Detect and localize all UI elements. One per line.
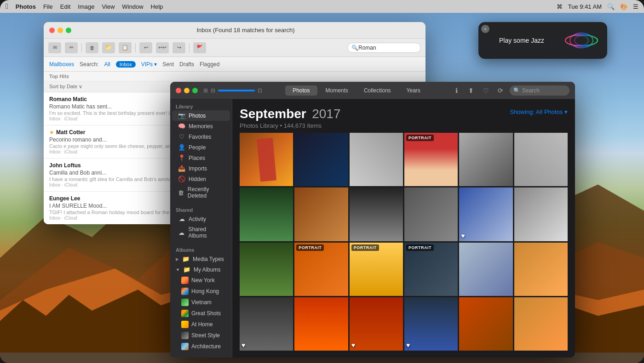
photo-cell[interactable] (350, 187, 403, 241)
sidebar-item-imports[interactable]: 📥 Imports (172, 163, 230, 174)
grid-view-icon[interactable]: ⊞ (203, 87, 208, 94)
search-icon-menubar[interactable]: 🔍 (607, 3, 615, 10)
delete-button[interactable]: 🗑 (86, 42, 98, 53)
sidebar-item-shared-albums[interactable]: ☁ Shared Albums (172, 224, 230, 241)
share-button[interactable]: ⬆ (466, 85, 477, 96)
photo-cell[interactable] (514, 297, 568, 351)
sidebar-item-people[interactable]: 👤 People (172, 142, 230, 153)
photo-cell[interactable] (240, 133, 293, 186)
mailboxes-link[interactable]: Mailboxes (49, 61, 74, 68)
photo-cell[interactable]: ♥ (404, 297, 458, 351)
sidebar-item-favorites[interactable]: ♡ Favorites (172, 131, 230, 142)
photo-cell[interactable] (514, 187, 568, 241)
tab-collections[interactable]: Collections (356, 85, 398, 96)
sidebar-item-vietnam[interactable]: Vietnam (172, 297, 230, 308)
menu-file[interactable]: File (43, 3, 53, 10)
tab-photos[interactable]: Photos (285, 85, 317, 96)
sidebar-item-at-home[interactable]: At Home (172, 319, 230, 330)
mail-search-box[interactable]: 🔍 Roman (347, 43, 421, 53)
sidebar-item-hong-kong[interactable]: Hong Kong (172, 286, 230, 297)
photos-icon: 📷 (178, 112, 186, 119)
photo-cell[interactable]: PORTRAIT (404, 133, 458, 186)
photo-cell[interactable] (240, 187, 293, 241)
archive-button[interactable]: 📁 (102, 42, 115, 53)
photos-fullscreen-button[interactable] (192, 88, 198, 93)
inbox-filter[interactable]: Inbox (116, 61, 136, 68)
sidebar-item-recently-deleted[interactable]: 🗑 Recently Deleted (172, 184, 230, 201)
showing-dropdown[interactable]: Showing: All Photos ▾ (510, 108, 568, 115)
photo-cell[interactable]: PORTRAIT (404, 243, 458, 296)
reply-button[interactable]: ↩ (139, 42, 152, 53)
street-style-label: Street Style (191, 332, 220, 339)
photo-cell[interactable] (240, 243, 293, 296)
sidebar-item-my-albums[interactable]: ▼ 📁 My Albums (172, 264, 230, 275)
menu-window[interactable]: Window (122, 3, 143, 10)
sidebar-item-hidden[interactable]: 🚫 Hidden (172, 174, 230, 184)
photos-minimize-button[interactable] (184, 88, 190, 93)
vips-filter[interactable]: VIPs ▾ (141, 61, 157, 68)
sidebar-item-activity[interactable]: ☁ Activity (172, 214, 230, 224)
search-all[interactable]: All (104, 61, 110, 68)
minimize-window-button[interactable] (58, 28, 63, 33)
split-view-icon[interactable]: ⊟ (211, 87, 215, 94)
photos-toolbar-right: ℹ ⬆ ♡ ⟳ 🔍 Search (451, 85, 569, 96)
street-style-album-icon (181, 332, 189, 339)
fullscreen-window-button[interactable] (66, 28, 71, 33)
flag-button[interactable]: 🚩 (193, 42, 206, 53)
tab-moments[interactable]: Moments (318, 85, 356, 96)
photo-cell[interactable]: ♥ (240, 297, 293, 351)
imports-icon: 📥 (178, 165, 186, 172)
zoom-slider[interactable] (218, 90, 255, 91)
move-button[interactable]: 📋 (119, 42, 132, 53)
menu-view[interactable]: View (102, 3, 115, 10)
menu-icon[interactable]: ☰ (633, 3, 638, 10)
siri-close-button[interactable]: × (481, 25, 489, 33)
reply-all-button[interactable]: ↩↩ (156, 42, 169, 53)
drafts-filter[interactable]: Drafts (179, 61, 194, 68)
photos-close-button[interactable] (176, 88, 181, 93)
photo-cell[interactable] (404, 187, 458, 241)
favorite-button[interactable]: ♡ (480, 85, 491, 96)
sidebar-item-media-types[interactable]: ▶ 📁 Media Types (172, 254, 230, 264)
photo-cell[interactable] (294, 297, 348, 351)
rotate-button[interactable]: ⟳ (495, 85, 506, 96)
close-window-button[interactable] (49, 28, 55, 33)
info-button[interactable]: ℹ (451, 85, 462, 96)
photo-cell[interactable]: ♥ (350, 297, 403, 351)
photo-cell[interactable]: PORTRAIT (294, 243, 348, 296)
new-message-button[interactable]: ✏ (65, 42, 78, 53)
sidebar-item-architecture[interactable]: Architecture (172, 341, 230, 352)
photo-cell[interactable]: PORTRAIT (350, 243, 403, 296)
photo-cell[interactable] (459, 297, 512, 351)
menu-image[interactable]: Image (78, 3, 94, 10)
menu-edit[interactable]: Edit (60, 3, 70, 10)
photo-cell[interactable]: ♥ (459, 187, 512, 241)
sidebar-item-memories[interactable]: 🧠 Memories (172, 121, 230, 131)
photo-cell[interactable] (459, 133, 512, 186)
tab-years[interactable]: Years (399, 85, 428, 96)
mail-sender: Romano Matic (49, 96, 87, 102)
sidebar-item-great-shots[interactable]: Great Shots (172, 308, 230, 319)
photo-cell[interactable] (294, 187, 348, 241)
folder-icon-2: 📁 (183, 266, 191, 273)
photo-cell[interactable] (514, 133, 568, 186)
compose-button[interactable]: ✉ (48, 42, 61, 53)
sort-label[interactable]: Sort by Date ∨ (49, 84, 82, 90)
photo-cell[interactable] (350, 133, 403, 186)
sent-filter[interactable]: Sent (162, 61, 174, 68)
sidebar-item-street-style[interactable]: Street Style (172, 330, 230, 341)
sidebar-item-places[interactable]: 📍 Places (172, 153, 230, 163)
photo-cell[interactable] (459, 243, 512, 296)
flagged-filter[interactable]: Flagged (200, 61, 219, 68)
menu-app-name[interactable]: Photos (16, 3, 36, 10)
photos-search-box[interactable]: 🔍 Search (510, 85, 569, 96)
photo-cell[interactable] (294, 133, 348, 186)
expand-icon[interactable]: ⊡ (258, 87, 262, 94)
forward-button[interactable]: ↪ (172, 42, 185, 53)
menu-help[interactable]: Help (151, 3, 163, 10)
photo-cell[interactable] (514, 243, 568, 296)
sidebar-item-photos[interactable]: 📷 Photos (172, 110, 230, 121)
apple-logo-icon[interactable]:  (6, 2, 8, 11)
siri-icon[interactable]: 🎨 (620, 3, 627, 10)
sidebar-item-new-york[interactable]: New York (172, 275, 230, 286)
